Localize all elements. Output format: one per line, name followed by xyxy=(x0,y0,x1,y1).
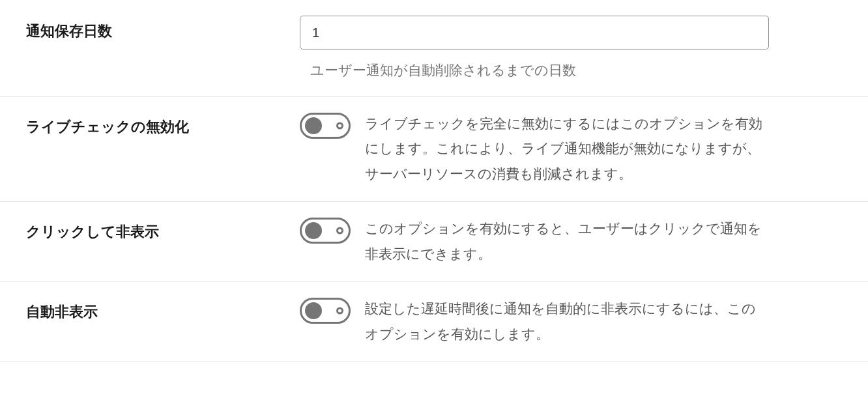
desc-disable-live: ライブチェックを完全に無効にするにはこのオプションを有効にします。これにより、ラ… xyxy=(365,111,764,188)
retention-days-input[interactable] xyxy=(300,16,769,50)
retention-help-text: ユーザー通知が自動削除されるまでの日数 xyxy=(300,60,769,81)
toggle-knob-icon xyxy=(305,222,322,239)
toggle-knob-icon xyxy=(305,117,322,134)
control-col-retention: ユーザー通知が自動削除されるまでの日数 xyxy=(300,16,867,81)
label-click-hide: クリックして非表示 xyxy=(26,216,300,243)
control-col-auto-hide: 設定した遅延時間後に通知を自動的に非表示にするには、このオプションを有効にします… xyxy=(300,296,861,347)
setting-row-click-hide: クリックして非表示 このオプションを有効にすると、ユーザーはクリックで通知を非表… xyxy=(0,202,868,282)
toggle-auto-hide[interactable] xyxy=(300,298,351,324)
label-disable-live: ライブチェックの無効化 xyxy=(26,111,300,138)
label-auto-hide: 自動非表示 xyxy=(26,296,300,323)
toggle-off-indicator-icon xyxy=(336,307,343,314)
toggle-off-indicator-icon xyxy=(336,122,343,129)
setting-row-retention: 通知保存日数 ユーザー通知が自動削除されるまでの日数 xyxy=(0,0,868,97)
toggle-row-auto-hide: 設定した遅延時間後に通知を自動的に非表示にするには、このオプションを有効にします… xyxy=(300,296,764,347)
control-col-click-hide: このオプションを有効にすると、ユーザーはクリックで通知を非表示にできます。 xyxy=(300,216,861,267)
toggle-knob-icon xyxy=(305,302,322,319)
setting-row-auto-hide: 自動非表示 設定した遅延時間後に通知を自動的に非表示にするには、このオプションを… xyxy=(0,282,868,362)
toggle-row-click-hide: このオプションを有効にすると、ユーザーはクリックで通知を非表示にできます。 xyxy=(300,216,764,267)
toggle-off-indicator-icon xyxy=(336,227,343,235)
toggle-disable-live[interactable] xyxy=(300,113,351,139)
desc-click-hide: このオプションを有効にすると、ユーザーはクリックで通知を非表示にできます。 xyxy=(365,216,764,267)
desc-auto-hide: 設定した遅延時間後に通知を自動的に非表示にするには、このオプションを有効にします… xyxy=(365,296,764,347)
toggle-row-disable-live: ライブチェックを完全に無効にするにはこのオプションを有効にします。これにより、ラ… xyxy=(300,111,764,188)
control-col-disable-live: ライブチェックを完全に無効にするにはこのオプションを有効にします。これにより、ラ… xyxy=(300,111,861,188)
label-retention: 通知保存日数 xyxy=(26,16,300,42)
toggle-click-hide[interactable] xyxy=(300,218,351,244)
setting-row-disable-live: ライブチェックの無効化 ライブチェックを完全に無効にするにはこのオプションを有効… xyxy=(0,97,868,203)
